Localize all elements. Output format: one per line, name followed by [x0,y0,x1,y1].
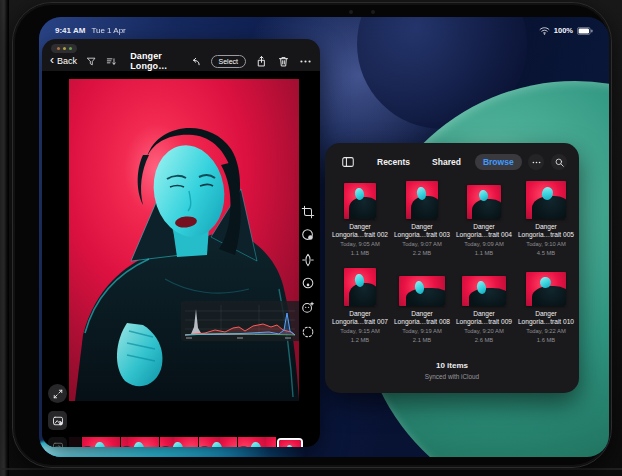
editor-toolbar: ‹ Back Danger Longo… Select [42,52,320,70]
filters-icon[interactable] [301,300,315,314]
back-chevron-icon: ‹ [50,56,54,65]
front-camera [349,10,353,14]
histogram-overlay [181,301,299,341]
browser-tabs: RecentsSharedBrowse [369,154,522,170]
browser-footer: 10 items Synced with iCloud [325,361,579,380]
camera-sensor [371,10,375,14]
tab-shared[interactable]: Shared [424,154,469,170]
file-item[interactable]: DangerLongoria…trait 008Today, 9:19 AM2.… [391,266,453,344]
repair-icon[interactable] [301,228,315,242]
filmstrip-tile[interactable]: 3★ [199,437,238,447]
filmstrip-tile-selected[interactable] [277,438,303,447]
file-thumbnail[interactable] [399,276,445,306]
file-date: Today, 9:20 AM [453,328,515,335]
file-name: DangerLongoria…trait 004 [453,223,515,239]
file-size: 1.1 MB [329,250,391,257]
file-grid: DangerLongoria…trait 002Today, 9:05 AM1.… [329,179,575,344]
more-ellipsis-icon[interactable] [528,154,544,170]
versions-icon[interactable] [48,437,67,447]
filter-funnel-icon[interactable] [86,55,97,68]
file-size: 1.1 MB [453,250,515,257]
file-name: DangerLongoria…trait 010 [515,310,577,326]
back-button[interactable]: ‹ Back [50,56,77,66]
file-item[interactable]: DangerLongoria…trait 004Today, 9:09 AM1.… [453,179,515,257]
adjust-icon[interactable] [301,276,315,290]
undo-icon[interactable] [189,55,202,68]
select-button[interactable]: Select [211,55,246,68]
file-name: DangerLongoria…trait 005 [515,223,577,239]
file-item[interactable]: DangerLongoria…trait 010Today, 9:22 AM1.… [515,266,577,344]
file-name: DangerLongoria…trait 009 [453,310,515,326]
edited-badge: 3★ [161,447,170,448]
file-date: Today, 9:07 AM [391,241,453,248]
crop-icon[interactable] [301,205,315,219]
filmstrip-tile-partial[interactable] [69,437,82,447]
clock: 9:41 AM [55,26,85,35]
editor-canvas: 3★3★3★3★3★ i [42,71,320,447]
file-date: Today, 9:05 AM [329,241,391,248]
zoom-fit-icon[interactable] [48,384,67,403]
file-name: DangerLongoria…trait 002 [329,223,391,239]
file-size: 4.5 MB [515,250,577,257]
more-ellipsis-icon[interactable] [299,55,312,68]
file-thumbnail[interactable] [462,276,506,306]
file-thumbnail[interactable] [467,185,501,219]
file-item[interactable]: DangerLongoria…trait 002Today, 9:05 AM1.… [329,179,391,257]
share-icon[interactable] [255,55,268,68]
file-date: Today, 9:19 AM [391,328,453,335]
file-name: DangerLongoria…trait 008 [391,310,453,326]
file-date: Today, 9:15 AM [329,328,391,335]
edited-badge: 3★ [83,447,92,448]
canvas-settings-icon[interactable] [48,411,67,430]
file-item[interactable]: DangerLongoria…trait 003Today, 9:07 AM2.… [391,179,453,257]
trash-icon[interactable] [277,55,290,68]
tab-browse[interactable]: Browse [475,154,522,170]
battery-icon [577,27,593,35]
file-name: DangerLongoria…trait 007 [329,310,391,326]
file-thumbnail[interactable] [526,272,566,306]
file-size: 1.2 MB [329,337,391,344]
file-size: 2.2 MB [391,250,453,257]
photo-editor-window: ‹ Back Danger Longo… Select [42,39,320,447]
edited-badge: 3★ [122,447,131,448]
battery-percent: 100% [554,26,573,35]
browser-header: RecentsSharedBrowse [325,152,579,172]
filmstrip-tile[interactable]: 3★ [160,437,199,447]
brush-icon[interactable] [301,253,315,267]
edited-badge: 3★ [200,447,209,448]
file-date: Today, 9:22 AM [515,328,577,335]
search-icon[interactable] [551,154,567,170]
sidebar-toggle-icon[interactable] [341,155,355,169]
file-date: Today, 9:10 AM [515,241,577,248]
adjacent-device-edge [0,0,9,476]
sort-descending-icon[interactable] [106,55,117,68]
ipad-screen: 9:41 AM Tue 1 Apr 100% [39,17,609,457]
file-thumbnail[interactable] [526,181,566,219]
smart-select-icon[interactable] [301,325,315,339]
wifi-icon [539,26,550,35]
edited-badge: 3★ [239,447,248,448]
file-item[interactable]: DangerLongoria…trait 005Today, 9:10 AM4.… [515,179,577,257]
device-bottom-edge [0,468,622,470]
file-date: Today, 9:09 AM [453,241,515,248]
file-size: 2.1 MB [391,337,453,344]
filmstrip-tile[interactable]: 3★ [121,437,160,447]
filmstrip[interactable]: 3★3★3★3★3★ [69,437,299,447]
file-thumbnail[interactable] [344,183,376,219]
ipad-bezel: 9:41 AM Tue 1 Apr 100% [12,2,612,468]
file-item[interactable]: DangerLongoria…trait 007Today, 9:15 AM1.… [329,266,391,344]
file-thumbnail[interactable] [406,181,438,219]
date: Tue 1 Apr [91,26,125,35]
file-thumbnail[interactable] [344,268,376,306]
file-name: DangerLongoria…trait 003 [391,223,453,239]
status-bar: 9:41 AM Tue 1 Apr 100% [39,26,609,38]
file-item[interactable]: DangerLongoria…trait 009Today, 9:20 AM2.… [453,266,515,344]
main-photo[interactable] [69,79,299,401]
photo-browser-window: RecentsSharedBrowse DangerLongoria…trait… [325,143,579,393]
file-size: 2.6 MB [453,337,515,344]
document-title: Danger Longo… [130,51,188,71]
filmstrip-tile[interactable]: 3★ [82,437,121,447]
tab-recents[interactable]: Recents [369,154,418,170]
file-size: 1.6 MB [515,337,577,344]
filmstrip-tile[interactable]: 3★ [238,437,277,447]
